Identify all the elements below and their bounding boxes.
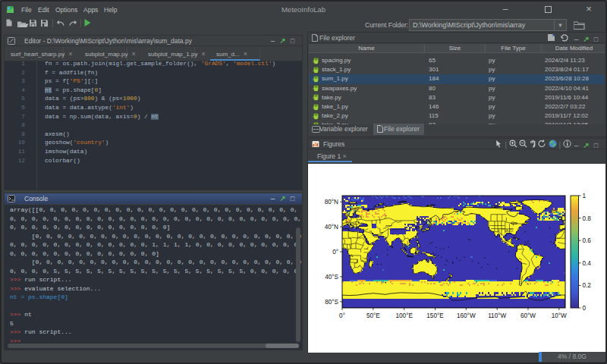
svg-text:100°E: 100°E [395,312,413,319]
svg-text:0°: 0° [339,312,345,319]
svg-text:80°N: 80°N [325,199,338,206]
svg-text:0.6: 0.6 [583,237,592,244]
svg-text:80°S: 80°S [325,299,338,306]
svg-text:150°E: 150°E [426,312,444,319]
svg-text:0: 0 [583,305,587,312]
svg-text:50°E: 50°E [366,312,380,319]
svg-text:10°W: 10°W [552,312,567,319]
svg-text:40°N: 40°N [325,224,338,231]
svg-text:60°W: 60°W [521,312,536,319]
svg-text:0°: 0° [332,249,338,256]
svg-text:110°W: 110°W [488,312,506,319]
svg-text:40°S: 40°S [325,274,338,281]
svg-text:1: 1 [583,193,587,199]
svg-text:0.4: 0.4 [583,260,592,267]
svg-text:0.8: 0.8 [583,215,592,222]
svg-text:160°W: 160°W [457,312,476,319]
svg-text:0.2: 0.2 [583,282,592,289]
